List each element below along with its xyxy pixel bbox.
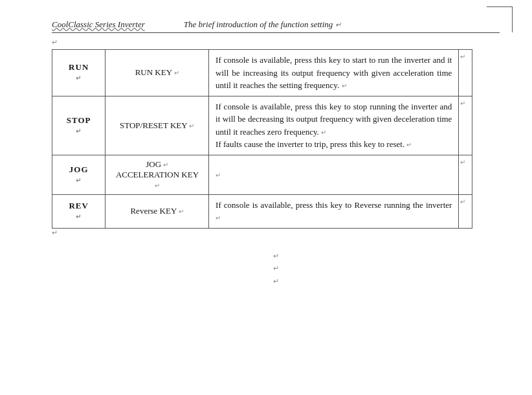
run-icon-cell: RUN ↵ [52, 50, 105, 96]
stop-desc-return1: ↵ [321, 129, 326, 136]
rev-desc-cell: If console is available, press this key … [209, 194, 459, 228]
jog-key-cell: JOG ↵ ACCELERATION KEY ↵ [105, 155, 209, 194]
stop-label: STOP [67, 115, 91, 125]
stop-key-label: STOP/RESET KEY [120, 120, 187, 130]
jog-icon-return: ↵ [76, 177, 82, 184]
table-row: JOG ↵ JOG ↵ ACCELERATION KEY ↵ ↵ ↵ [52, 155, 472, 194]
jog-key-return2: ↵ [155, 182, 160, 189]
footer-return-1: ↵ [52, 250, 500, 263]
footer-return-3: ↵ [52, 275, 500, 288]
stop-description-2: If faults cause the inverter to trip, pr… [216, 139, 405, 149]
footer-returns: ↵ ↵ ↵ [52, 250, 500, 288]
jog-key-label: JOG [146, 159, 161, 169]
stop-desc-return2: ↵ [406, 141, 412, 148]
rev-icon-return: ↵ [76, 213, 82, 220]
run-key-label: RUN KEY [135, 67, 172, 77]
run-desc-cell: If console is available, press this key … [209, 50, 459, 96]
run-side-cell: ↵ [459, 50, 472, 96]
jog-key-return1: ↵ [163, 161, 168, 168]
stop-desc-cell: If console is available, press this key … [209, 96, 459, 155]
jog-desc-cell: ↵ [209, 155, 459, 194]
run-description: If console is available, press this key … [216, 55, 452, 90]
rev-side-cell: ↵ [459, 194, 472, 228]
run-key-cell: RUN KEY ↵ [105, 50, 209, 96]
corner-decoration-top-right [487, 6, 513, 32]
header-divider [52, 32, 500, 33]
footer-return-2: ↵ [52, 262, 500, 275]
rev-description: If console is available, press this key … [216, 200, 452, 210]
table-row: RUN ↵ RUN KEY ↵ If console is available,… [52, 50, 472, 96]
rev-key-label: Reverse KEY [130, 206, 176, 216]
header-subtitle: The brief introduction of the function s… [184, 19, 342, 30]
jog-accel-label: ACCELERATION KEY [116, 170, 199, 179]
header-section: CoolClassic Series Inverter The brief in… [52, 13, 500, 30]
table-row: REV ↵ Reverse KEY ↵ If console is availa… [52, 194, 472, 228]
header-return: ↵ [335, 21, 341, 28]
run-key-return: ↵ [174, 69, 179, 76]
stop-side-cell: ↵ [459, 96, 472, 155]
header-title: CoolClassic Series Inverter [52, 19, 145, 30]
rev-key-cell: Reverse KEY ↵ [105, 194, 209, 228]
rev-desc-return: ↵ [216, 214, 221, 221]
stop-key-return: ↵ [189, 122, 194, 130]
jog-side-cell: ↵ [459, 155, 472, 194]
paragraph-return-1: ↵ [52, 38, 500, 47]
rev-label: REV [69, 201, 88, 210]
function-table: RUN ↵ RUN KEY ↵ If console is available,… [52, 49, 472, 229]
stop-key-cell: STOP/RESET KEY ↵ [105, 96, 209, 155]
paragraph-return-2: ↵ [52, 229, 500, 237]
stop-icon-cell: STOP ↵ [52, 96, 105, 155]
run-icon-return: ↵ [76, 74, 82, 82]
rev-key-return: ↵ [179, 208, 184, 215]
table-row: STOP ↵ STOP/RESET KEY ↵ If console is av… [52, 96, 472, 155]
stop-icon-return: ↵ [76, 128, 82, 135]
page-container: CoolClassic Series Inverter The brief in… [0, 0, 532, 308]
run-desc-return: ↵ [342, 82, 347, 89]
rev-icon-cell: REV ↵ [52, 194, 105, 228]
jog-desc-return: ↵ [216, 172, 221, 179]
stop-description-1: If console is available, press this key … [216, 102, 452, 137]
jog-label: JOG [69, 164, 89, 174]
run-label: RUN [69, 62, 89, 72]
jog-icon-cell: JOG ↵ [52, 155, 105, 194]
